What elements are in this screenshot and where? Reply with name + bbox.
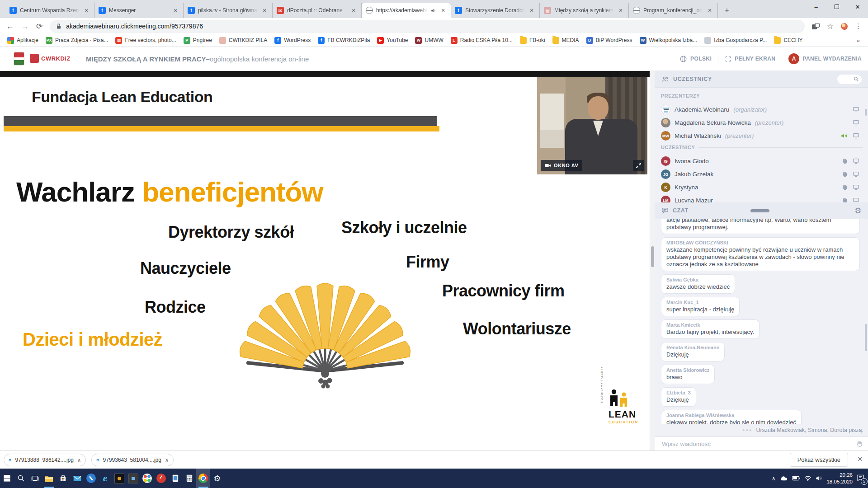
bookmark-item[interactable]: WUMWW	[411, 37, 447, 44]
raise-hand-icon[interactable]	[841, 184, 848, 191]
participant-row[interactable]: MW Michał Wlaźliński (prezenter)	[655, 129, 865, 142]
speaker-on-icon[interactable]	[840, 132, 848, 139]
tab-audio-icon[interactable]	[430, 8, 436, 14]
bookmark-folder[interactable]: FB-oki	[516, 37, 549, 44]
extension-icon[interactable]	[841, 23, 848, 30]
restore-button[interactable]	[826, 0, 847, 14]
browser-tab[interactable]: f Centrum Wsparcia Rzemios ✕	[5, 3, 94, 18]
taskbar-notes-app[interactable]	[168, 469, 182, 488]
bookmark-item[interactable]: Aplikacje	[4, 37, 42, 44]
close-tab-icon[interactable]: ✕	[706, 8, 713, 14]
fullscreen-button[interactable]: PEŁNY EKRAN	[725, 56, 775, 62]
bookmark-item[interactable]: BBiP WordPress	[583, 37, 636, 44]
translate-icon[interactable]	[812, 23, 820, 30]
minimize-button[interactable]: –	[806, 0, 826, 14]
bookmark-item[interactable]: PPngtree	[180, 37, 216, 44]
close-tab-icon[interactable]: ✕	[172, 8, 179, 14]
participant-row[interactable]: K Krystyna	[655, 181, 865, 194]
participant-row[interactable]: Magdalena Sekura-Nowicka (prezenter)	[655, 116, 865, 129]
taskbar-screen-clip[interactable]	[154, 469, 168, 488]
taskbar-store[interactable]	[56, 469, 70, 488]
events-panel-button[interactable]: A PANEL WYDARZENIA	[788, 53, 862, 64]
screen-share-icon[interactable]	[852, 184, 860, 191]
browser-tab[interactable]: f Messenger ✕	[94, 3, 184, 18]
download-item[interactable]: 97913888_986142....jpg ∧	[4, 454, 86, 466]
new-tab-button[interactable]: +	[721, 4, 733, 17]
expand-video-icon[interactable]	[633, 160, 644, 171]
download-item[interactable]: 97993643_581004....jpg ∧	[91, 454, 174, 466]
taskbar-mail[interactable]	[70, 469, 84, 488]
forward-button[interactable]: →	[21, 23, 29, 30]
participants-search[interactable]	[837, 75, 862, 84]
participant-row[interactable]: Akademia Webinaru (organizator)	[655, 103, 865, 116]
battery-icon[interactable]	[792, 476, 800, 481]
address-bar[interactable]: akademiawebinaru.clickmeeting.com/957379…	[50, 20, 805, 33]
bookmark-item[interactable]: fFB CWRKDiZPila	[314, 37, 373, 44]
taskbar-internet-explorer[interactable]: e	[98, 469, 112, 488]
bookmark-item[interactable]: ERadio ESKA Piła 10...	[447, 37, 516, 44]
screen-share-icon[interactable]	[852, 106, 860, 113]
raise-hand-icon[interactable]	[841, 171, 848, 178]
clock[interactable]: 20:26 18.05.2020	[826, 472, 853, 485]
participant-row[interactable]: JG Jakub Grzelak	[655, 168, 865, 181]
browser-tab[interactable]: f pilska.tv - Strona główna ✕	[184, 3, 273, 18]
bookmark-item[interactable]: WWielkopolska Izba...	[636, 37, 701, 44]
close-tab-icon[interactable]: ✕	[261, 8, 268, 14]
browser-tab-active[interactable]: https://akademiawebina ✕	[362, 3, 451, 18]
chevron-up-icon[interactable]: ∧	[77, 457, 81, 463]
screen-share-icon[interactable]	[852, 171, 860, 178]
tray-expand-icon[interactable]: ∧	[772, 475, 776, 482]
chat-input[interactable]	[661, 440, 852, 448]
screen-share-icon[interactable]	[852, 132, 860, 139]
chat-settings-gear-icon[interactable]: ⚙	[854, 206, 862, 216]
taskbar-paint[interactable]	[140, 469, 154, 488]
back-button[interactable]: ←	[6, 23, 14, 30]
wifi-icon[interactable]	[804, 476, 811, 481]
webcam-video-window[interactable]: OKNO AV	[537, 77, 647, 174]
taskbar-settings[interactable]: ⚙	[210, 469, 224, 488]
bookmark-item[interactable]: ▶YouTube	[373, 37, 411, 44]
screen-share-icon[interactable]	[852, 158, 860, 164]
language-button[interactable]: POLSKI	[679, 55, 712, 63]
show-all-downloads-button[interactable]: Pokaż wszystkie	[790, 453, 848, 467]
bookmark-folder[interactable]: MEDIA	[549, 37, 583, 44]
taskbar-search-button[interactable]	[14, 469, 28, 488]
onedrive-icon[interactable]	[779, 475, 788, 481]
reload-button[interactable]: ⟳	[36, 23, 42, 30]
bookmark-item[interactable]: fWordPress	[271, 37, 314, 44]
screen-share-icon[interactable]	[852, 119, 860, 126]
taskbar-chrome[interactable]	[196, 469, 210, 488]
participant-row[interactable]: IG Iwona Głodo	[655, 155, 865, 168]
chevron-up-icon[interactable]: ∧	[165, 457, 169, 463]
bookmark-folder[interactable]: CECHY	[770, 37, 806, 44]
taskbar-file-explorer[interactable]	[42, 469, 56, 488]
raise-hand-icon[interactable]	[855, 440, 863, 448]
raise-hand-icon[interactable]	[841, 158, 848, 164]
close-tab-icon[interactable]: ✕	[528, 8, 535, 14]
browser-tab[interactable]: ▤ Między szkołą a rynkiem pra ✕	[540, 3, 629, 18]
taskbar-help-app[interactable]	[84, 469, 98, 488]
chat-message-list[interactable]: akcje plakatowe, tablice informacyjne it…	[655, 219, 868, 424]
stage-scrollbar[interactable]	[650, 71, 655, 450]
bookmark-item[interactable]: PXPraca Zdjęcia · Pixa...	[42, 37, 112, 44]
bookmark-star-icon[interactable]: ☆	[827, 22, 834, 31]
bookmark-item[interactable]: ▦Free vectors, photo...	[112, 37, 179, 44]
browser-tab[interactable]: Program_konferencji_on-lin ✕	[629, 3, 718, 18]
taskbar-codec-player[interactable]	[126, 469, 140, 488]
bookmark-item[interactable]: CWRKDIZ PILA	[216, 37, 271, 44]
taskbar-calculator[interactable]	[182, 469, 196, 488]
menu-kebab-icon[interactable]: ⋮	[855, 22, 862, 30]
action-center-icon[interactable]: 5	[857, 474, 864, 483]
bookmarks-overflow-chevron[interactable]: »	[857, 37, 864, 44]
panel-drag-handle[interactable]	[750, 209, 769, 212]
browser-tab[interactable]: f Stowarzyszenie Doradców S ✕	[451, 3, 540, 18]
start-button[interactable]	[0, 469, 14, 488]
close-downloads-icon[interactable]: ✕	[857, 455, 863, 463]
task-view-button[interactable]	[28, 469, 42, 488]
taskbar-media-player[interactable]	[112, 469, 126, 488]
browser-tab[interactable]: ✉ dPoczta.pl :: Odebrane ✕	[273, 3, 362, 18]
close-tab-icon[interactable]: ✕	[83, 8, 90, 14]
bookmark-item[interactable]: Izba Gospodarcza P...	[701, 37, 770, 44]
close-tab-icon[interactable]: ✕	[617, 8, 624, 14]
close-tab-icon[interactable]: ✕	[350, 8, 357, 14]
